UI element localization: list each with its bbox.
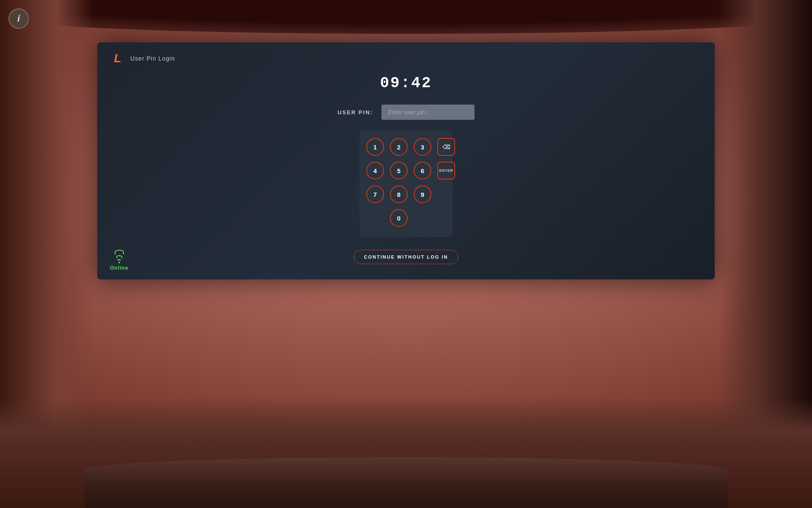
wifi-arc-inner (118, 259, 121, 261)
time-display: 09:42 (110, 75, 702, 92)
wifi-arc-middle (116, 255, 122, 258)
continue-without-login-button[interactable]: CONTINUE WITHOUT LOG IN (354, 250, 459, 264)
numpad-key-0[interactable]: 0 (390, 209, 408, 227)
wifi-icon (115, 250, 124, 263)
pin-label: USER PIN: (337, 109, 373, 116)
numpad-key-7[interactable]: 7 (366, 185, 384, 203)
numpad-key-4[interactable]: 4 (366, 162, 384, 179)
numpad: 1 2 3 ⌫ 4 5 6 ENTER 7 8 9 0 (359, 130, 453, 237)
online-status: Online (110, 265, 128, 271)
room-top-border (0, 0, 812, 34)
numpad-key-9[interactable]: 9 (414, 185, 431, 203)
logo: L (110, 51, 125, 66)
screen-inner: L User Pin Login 09:42 USER PIN: 1 2 3 ⌫… (97, 42, 715, 279)
screen-header: L User Pin Login (110, 51, 702, 66)
info-button[interactable]: i (8, 8, 29, 29)
wifi-dot (118, 262, 120, 263)
header-title: User Pin Login (130, 55, 175, 62)
numpad-key-enter[interactable]: ENTER (437, 162, 455, 179)
numpad-key-3[interactable]: 3 (414, 138, 431, 156)
wifi-arc-outer (115, 250, 124, 254)
numpad-key-1[interactable]: 1 (366, 138, 384, 156)
numpad-key-6[interactable]: 6 (414, 162, 431, 179)
pin-section: USER PIN: (110, 105, 702, 120)
numpad-key-2[interactable]: 2 (390, 138, 408, 156)
numpad-container: 1 2 3 ⌫ 4 5 6 ENTER 7 8 9 0 (110, 130, 702, 237)
login-screen-panel: L User Pin Login 09:42 USER PIN: 1 2 3 ⌫… (97, 42, 715, 279)
numpad-key-5[interactable]: 5 (390, 162, 408, 179)
numpad-key-8[interactable]: 8 (390, 185, 408, 203)
logo-letter: L (114, 52, 121, 64)
numpad-key-backspace[interactable]: ⌫ (437, 138, 455, 156)
pin-input[interactable] (381, 105, 475, 120)
status-area: Online (110, 250, 128, 271)
seat-bottom (85, 457, 727, 508)
info-icon: i (17, 13, 20, 24)
